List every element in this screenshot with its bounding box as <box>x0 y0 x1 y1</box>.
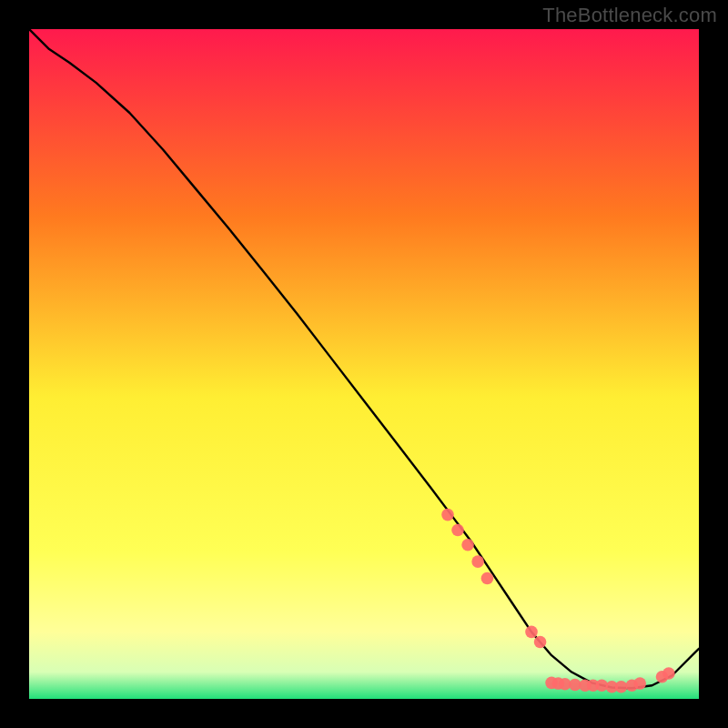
data-point <box>525 626 538 639</box>
data-point <box>461 539 474 551</box>
watermark-text: TheBottleneck.com <box>542 4 717 27</box>
data-point <box>615 681 628 693</box>
gradient-background <box>29 29 699 699</box>
data-point <box>633 677 646 690</box>
chart-frame: TheBottleneck.com <box>0 0 728 728</box>
data-point <box>441 509 454 521</box>
data-point <box>471 555 484 568</box>
data-point <box>534 636 547 649</box>
data-point <box>451 524 464 537</box>
plot-area <box>29 29 699 699</box>
chart-svg <box>29 29 699 699</box>
data-point <box>662 667 675 680</box>
data-point <box>481 572 494 585</box>
